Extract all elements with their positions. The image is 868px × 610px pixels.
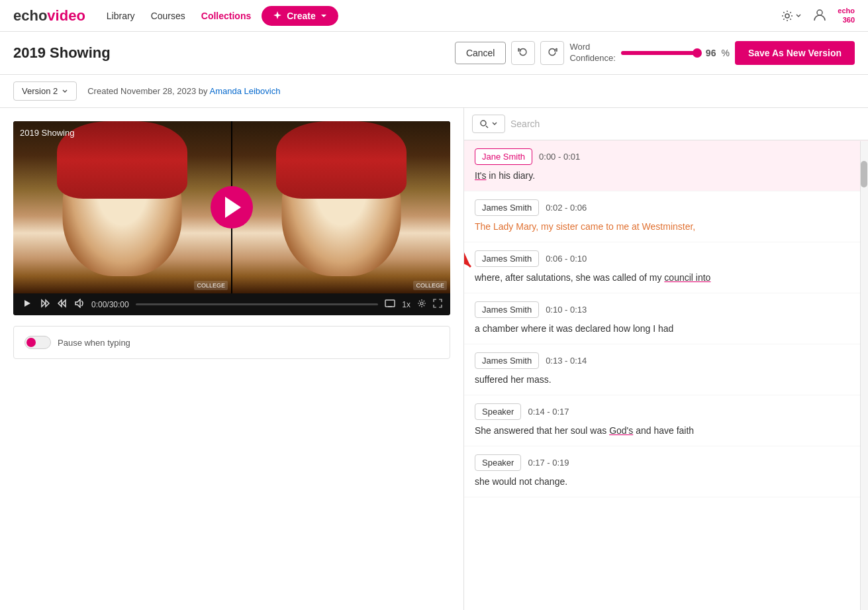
chevron-down-icon-settings <box>795 13 802 19</box>
sparkle-icon <box>272 11 283 21</box>
pause-toggle-switch[interactable] <box>24 336 51 349</box>
logo-echo: echo <box>13 7 47 25</box>
right-panel: Jane Smith 0:00 - 0:01 It's in his diary… <box>463 108 868 610</box>
settings-icon[interactable] <box>781 9 802 23</box>
volume-btn[interactable] <box>74 299 85 310</box>
confidence-bar <box>621 51 700 55</box>
transcript-text-3[interactable]: where, after salutations, she was called… <box>475 271 857 285</box>
cancel-button[interactable]: Cancel <box>455 42 506 64</box>
confidence-unit: % <box>721 48 729 58</box>
time-range-7: 0:17 - 0:19 <box>528 458 569 468</box>
settings-btn[interactable] <box>417 299 426 310</box>
transcript-text-6[interactable]: She answered that her soul was God's and… <box>475 424 857 438</box>
speaker-row-2: James Smith 0:02 - 0:06 <box>475 199 857 216</box>
search-input[interactable] <box>510 119 860 129</box>
version-author-link[interactable]: Amanda Leibovich <box>209 86 280 96</box>
speed-ctrl[interactable]: 1x <box>402 300 410 309</box>
confidence-dot <box>693 48 702 58</box>
confidence-fill <box>621 51 697 55</box>
nav-courses[interactable]: Courses <box>151 11 185 21</box>
svg-point-1 <box>817 10 822 15</box>
forward-btn[interactable] <box>57 299 68 310</box>
transcript-entry-5: James Smith 0:13 - 0:14 suffered her mas… <box>464 344 868 395</box>
rewind-btn[interactable] <box>40 299 50 310</box>
video-controls: 0:00/30:00 1x <box>13 293 450 315</box>
redo-button[interactable] <box>540 41 564 65</box>
pause-toggle-label: Pause when typing <box>58 338 130 348</box>
transcript-text-1[interactable]: It's in his diary. <box>475 169 857 183</box>
page-title: 2019 Showing <box>13 44 447 62</box>
speaker-badge-james-2[interactable]: James Smith <box>475 250 539 267</box>
video-frames: COLLEGE COLLEGE <box>13 121 450 293</box>
speaker-row-6: Speaker 0:14 - 0:17 <box>475 403 857 420</box>
transcript-text-2[interactable]: The Lady Mary, my sister came to me at W… <box>475 220 857 234</box>
svg-point-4 <box>420 302 423 305</box>
text-plain: in his diary. <box>489 170 535 181</box>
scrollbar[interactable] <box>860 141 868 610</box>
nav-library[interactable]: Library <box>107 11 135 21</box>
college-badge-right: COLLEGE <box>413 281 447 290</box>
transcript-text-7[interactable]: she would not change. <box>475 475 857 489</box>
speaker-badge-james-1[interactable]: James Smith <box>475 199 539 216</box>
create-button[interactable]: Create <box>262 6 338 26</box>
video-title-overlay: 2019 Showing <box>20 128 74 138</box>
college-badge-left: COLLEGE <box>194 281 228 290</box>
speaker-row-4: James Smith 0:10 - 0:13 <box>475 301 857 318</box>
play-pause-btn[interactable] <box>21 297 33 311</box>
screen-btn[interactable] <box>385 299 395 309</box>
fullscreen-btn[interactable] <box>433 299 442 310</box>
word-confidence: Word Confidence: 96 % <box>569 42 729 64</box>
speaker-badge-james-3[interactable]: James Smith <box>475 301 539 318</box>
forward-icon <box>57 299 68 308</box>
fullscreen-icon <box>433 299 442 308</box>
svg-rect-2 <box>385 300 395 307</box>
speaker-row-1: Jane Smith 0:00 - 0:01 <box>475 148 857 165</box>
transcript-entry-4: James Smith 0:10 - 0:13 a chamber where … <box>464 293 868 344</box>
speaker-badge-james-4[interactable]: James Smith <box>475 352 539 369</box>
top-nav: echo video Library Courses Collections C… <box>0 0 868 32</box>
logo[interactable]: echo video <box>13 7 85 25</box>
user-icon[interactable] <box>812 7 827 24</box>
transcript-entry-6: Speaker 0:14 - 0:17 She answered that he… <box>464 395 868 446</box>
redo-icon <box>547 48 557 58</box>
scrollbar-thumb[interactable] <box>861 161 867 187</box>
search-type-button[interactable] <box>472 115 505 133</box>
version-meta: Created November 28, 2023 by Amanda Leib… <box>87 86 280 96</box>
time-range-1: 0:00 - 0:01 <box>539 152 580 162</box>
time-range-6: 0:14 - 0:17 <box>528 407 569 417</box>
gear-icon <box>417 299 426 308</box>
time-range-5: 0:13 - 0:14 <box>546 356 587 366</box>
speaker-badge-speaker-1[interactable]: Speaker <box>475 403 521 420</box>
left-panel: 2019 Showing COLLEGE <box>0 108 463 610</box>
play-button[interactable] <box>211 186 253 229</box>
main-content: 2019 Showing COLLEGE <box>0 108 868 610</box>
text-underlined-gods: God's <box>609 425 633 436</box>
transcript-entry-3: James Smith 0:06 - 0:10 where, after sal… <box>464 242 868 293</box>
video-frame-left: COLLEGE <box>13 121 231 293</box>
undo-button[interactable] <box>511 41 535 65</box>
speaker-badge-jane[interactable]: Jane Smith <box>475 148 532 165</box>
progress-bar[interactable] <box>136 303 379 305</box>
play-ctrl-icon <box>23 299 32 308</box>
title-actions: Cancel Word Confidence: 96 % Save As New… <box>455 41 855 65</box>
version-label: Version 2 <box>22 86 58 96</box>
text-underlined-council: council into <box>664 272 710 283</box>
search-bar <box>464 108 868 140</box>
svg-point-6 <box>481 121 486 126</box>
title-bar: 2019 Showing Cancel Word Confidence: 96 … <box>0 32 868 75</box>
save-new-version-button[interactable]: Save As New Version <box>735 41 855 65</box>
echo360-badge: echo360 <box>838 7 855 24</box>
svg-point-0 <box>785 14 789 18</box>
speaker-badge-speaker-2[interactable]: Speaker <box>475 454 521 471</box>
volume-icon <box>74 299 85 308</box>
word-confidence-label: Word Confidence: <box>569 42 615 64</box>
version-select[interactable]: Version 2 <box>13 81 77 101</box>
chevron-down-icon-search <box>491 121 498 127</box>
pause-toggle-bar: Pause when typing <box>13 326 450 359</box>
transcript-entry-2: James Smith 0:02 - 0:06 The Lady Mary, m… <box>464 191 868 242</box>
transcript-text-5[interactable]: suffered her mass. <box>475 373 857 387</box>
toggle-track <box>24 336 51 349</box>
transcript-text-4[interactable]: a chamber where it was declared how long… <box>475 322 857 336</box>
nav-collections[interactable]: Collections <box>201 11 251 21</box>
create-label: Create <box>287 11 316 21</box>
